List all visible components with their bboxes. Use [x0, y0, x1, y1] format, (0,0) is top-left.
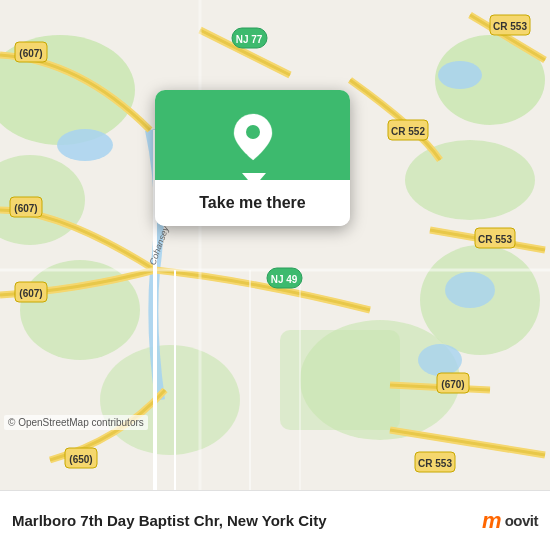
- svg-text:CR 553: CR 553: [418, 458, 452, 469]
- svg-text:NJ 77: NJ 77: [236, 34, 263, 45]
- svg-text:CR 552: CR 552: [391, 126, 425, 137]
- svg-text:CR 553: CR 553: [478, 234, 512, 245]
- svg-text:(607): (607): [14, 203, 37, 214]
- bottom-bar: Marlboro 7th Day Baptist Chr, New York C…: [0, 490, 550, 550]
- svg-point-11: [438, 61, 482, 89]
- svg-text:(607): (607): [19, 288, 42, 299]
- copyright-text: © OpenStreetMap contributors: [4, 415, 148, 430]
- popup-tail: [242, 173, 266, 187]
- moovit-wordmark: oovit: [505, 512, 538, 529]
- svg-text:(670): (670): [441, 379, 464, 390]
- svg-point-8: [100, 345, 240, 455]
- map-container: (607) (607) (607) (650) NJ 77 NJ 49 CR 5…: [0, 0, 550, 490]
- location-title: Marlboro 7th Day Baptist Chr, New York C…: [12, 512, 482, 529]
- svg-point-12: [445, 272, 495, 308]
- svg-text:NJ 49: NJ 49: [271, 274, 298, 285]
- svg-point-44: [246, 125, 260, 139]
- svg-text:(650): (650): [69, 454, 92, 465]
- moovit-m-letter: m: [482, 508, 502, 534]
- svg-text:(607): (607): [19, 48, 42, 59]
- moovit-logo: m oovit: [482, 508, 538, 534]
- popup-card: Take me there: [155, 90, 350, 226]
- svg-text:CR 553: CR 553: [493, 21, 527, 32]
- svg-point-5: [405, 140, 535, 220]
- location-pin-icon: [231, 112, 275, 162]
- svg-point-10: [57, 129, 113, 161]
- popup-header: [155, 90, 350, 180]
- svg-point-13: [418, 344, 462, 376]
- svg-rect-9: [280, 330, 400, 430]
